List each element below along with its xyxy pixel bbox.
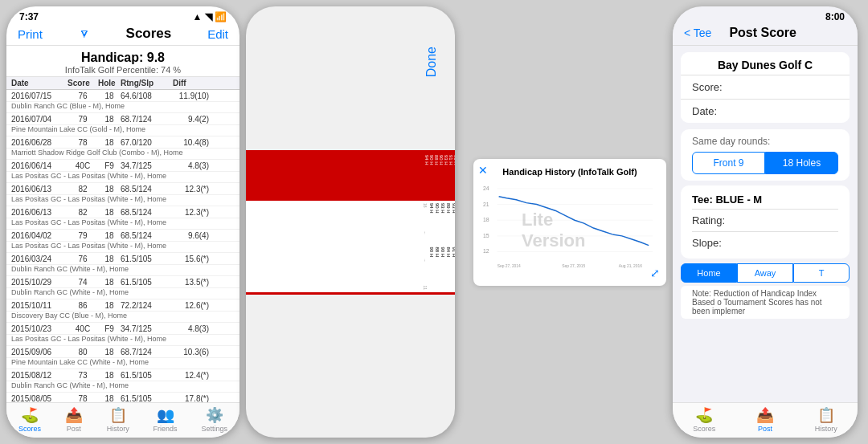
col-hole: Hole [98,79,121,88]
18holes-button[interactable]: 18 Holes [765,152,838,174]
table-row[interactable]: 2015/10/29 74 18 61.5/105 13.5(*) Dublin… [6,276,240,299]
front9-button[interactable]: Front 9 [692,152,765,174]
phone3-status-bar: 8:00 [673,6,858,24]
nav-post[interactable]: 📤 Post [65,406,83,433]
print-button[interactable]: Print [18,27,43,41]
home-away-segment: Home Away T [681,263,850,283]
phone3-scores-label: Scores [693,425,715,433]
tee-section: Tee: BLUE - M Rating: Slope: [681,185,850,259]
svg-text:21: 21 [483,201,489,206]
rating-row: Rating: [692,209,838,231]
scores-table-header: Date Score Hole Rtng/Slp Diff [6,77,240,90]
t-button[interactable]: T [793,263,850,283]
handicap-header: Handicap: 9.8 InfoTalk Golf Percentile: … [6,46,240,77]
col-score: Score [68,79,98,88]
score-field: Score: [681,75,850,99]
phone3-post-score: 8:00 < Tee Post Score Bay Dunes Golf C S… [673,6,858,438]
card-hcp-cols: 90 H85 H 84 H82 H 87 H85 H 93 H91 H 89 H… [429,203,455,290]
same-day-label: Same day rounds: [692,136,838,147]
friends-icon: 👥 [157,406,174,424]
chart-line-svg: 24 21 18 15 12 Sep 27, 2014 Sep 27, 2015… [483,181,657,278]
home-button[interactable]: Home [681,263,737,283]
chart-title: Handicap History (InfoTalk Golf) [483,167,657,177]
history-label: History [107,425,129,433]
nav-scores[interactable]: ⛳ Scores [18,406,41,433]
col-rtng: Rtng/Slp [121,79,173,88]
history-icon: 📋 [109,406,127,424]
scores-label: Scores [18,425,41,433]
post-label: Post [67,425,81,433]
chart-close-button[interactable]: ✕ [478,164,488,177]
handicap-chart-container: ✕ Handicap History (InfoTalk Golf) 24 21… [473,159,666,286]
table-row[interactable]: 2016/06/14 40C F9 34.7/125 4.8(3) Las Po… [6,160,240,183]
phone3-post-label: Post [758,425,772,433]
course-name: Bay Dunes Golf C [681,52,850,75]
away-button[interactable]: Away [737,263,793,283]
score-label: Score: [692,81,723,93]
table-row[interactable]: 2015/10/23 40C F9 34.7/125 4.8(3) Las Po… [6,323,240,346]
course-section: Bay Dunes Golf C Score: Date: [681,52,850,123]
back-tee-button[interactable]: < Tee [684,26,711,39]
nav-settings[interactable]: ⚙️ Settings [201,406,227,433]
svg-text:Sep 27, 2014: Sep 27, 2014 [497,264,521,268]
phone3-navbar: < Tee Post Score [673,24,858,46]
bottom-nav: ⛳ Scores 📤 Post 📋 History 👥 Friends ⚙️ S… [6,402,240,438]
table-row[interactable]: 2015/08/05 78 18 61.5/105 17.8(*) Dublin… [6,393,240,402]
date-field: Date: [681,99,850,123]
done-button[interactable]: Done [424,47,439,77]
handicap-value: Handicap: 9.8 [6,51,240,65]
phone3-post-icon: 📤 [756,406,774,424]
settings-label: Settings [201,425,227,433]
table-row[interactable]: 2015/08/12 73 18 61.5/105 12.4(*) Dublin… [6,369,240,393]
phone3-history-icon: 📋 [817,406,835,424]
phone3-history-label: History [815,425,837,433]
table-row[interactable]: 2016/06/13 82 18 68.5/124 12.3(*) Las Po… [6,206,240,230]
same-day-section: Same day rounds: Front 9 18 Holes [681,129,850,181]
card-col-labels: 16←→11 [423,203,428,290]
card-scores-col: 96 H91 H91 H93 H 90 H88 H90 H94 H [424,155,455,198]
nav-friends[interactable]: 👥 Friends [154,406,178,433]
nav-title: Scores [126,26,172,42]
settings-icon: ⚙️ [206,406,223,424]
phone3-nav-post[interactable]: 📤 Post [756,406,774,433]
svg-text:12: 12 [483,248,489,254]
col-diff: Diff [173,79,209,88]
card-white-col: InfoTalk Golf Handicap Card Name: Jason,… [246,201,455,292]
table-row[interactable]: 2016/03/24 76 18 61.5/105 15.6(*) Dublin… [6,253,240,276]
filter-icon[interactable]: ⛛ [79,27,90,40]
nav-history[interactable]: 📋 History [107,406,129,433]
phone3-scores-icon: ⛳ [695,406,713,424]
phone3-nav-title: Post Score [729,26,796,40]
slope-label: Slope: [692,237,722,249]
expand-icon[interactable]: ⤢ [650,267,660,279]
tee-row: Tee: BLUE - M [692,190,838,209]
post-score-content: Bay Dunes Golf C Score: Date: Same day r… [673,46,858,402]
phone3-nav-scores[interactable]: ⛳ Scores [693,406,715,433]
col-date: Date [11,79,68,88]
table-row[interactable]: 2016/06/28 78 18 67.0/120 10.4(8) Marrio… [6,136,240,160]
edit-button[interactable]: Edit [207,27,228,41]
phone1-scores: 7:37 ▲ ◥ 📶 Print ⛛ Scores Edit Handicap:… [6,6,240,438]
phone1-time: 7:37 [19,11,39,22]
table-row[interactable]: 2016/06/13 82 18 68.5/124 12.3(*) Las Po… [6,183,240,206]
svg-text:Aug 21, 2016: Aug 21, 2016 [619,264,642,268]
tee-label: Tee: BLUE - M [692,193,762,206]
middle-panel: ✕ Handicap History (InfoTalk Golf) 24 21… [461,6,666,438]
slope-row: Slope: [692,231,838,254]
phone3-nav-history[interactable]: 📋 History [815,406,837,433]
golf-card: SCORE HISTORY – MOST RECENT FIRST HCP In… [246,150,455,295]
scores-list: 2016/07/15 76 18 64.6/108 11.9(10) Dubli… [6,90,240,402]
table-row[interactable]: 2015/09/06 80 18 68.7/124 10.3(6) Pine M… [6,346,240,369]
table-row[interactable]: 2016/07/04 79 18 68.7/124 9.4(2) Pine Mo… [6,113,240,136]
date-label: Date: [692,105,717,117]
table-row[interactable]: 2016/07/15 76 18 64.6/108 11.9(10) Dubli… [6,90,240,113]
scores-icon: ⛳ [21,406,39,424]
table-row[interactable]: 2016/04/02 79 18 68.5/124 9.6(4) Las Pos… [6,230,240,253]
phone1-status-bar: 7:37 ▲ ◥ 📶 [6,6,240,24]
post-icon: 📤 [65,406,83,424]
handicap-percentile: InfoTalk Golf Percentile: 74 % [6,65,240,75]
rating-label: Rating: [692,214,725,226]
phone1-navbar: Print ⛛ Scores Edit [6,24,240,46]
phone3-time: 8:00 [825,11,845,22]
table-row[interactable]: 2015/10/11 86 18 72.2/124 12.6(*) Discov… [6,299,240,323]
